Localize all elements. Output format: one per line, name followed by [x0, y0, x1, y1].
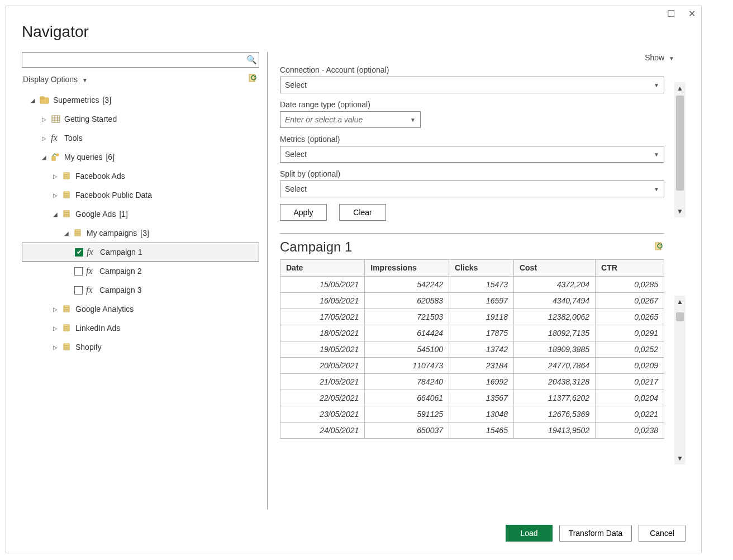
table-cell: 0,0238	[596, 422, 664, 438]
table-cell: 19118	[449, 309, 514, 325]
table-cell: 0,0252	[596, 341, 664, 357]
table-row[interactable]: 23/05/20215911251304812676,53690,0221	[280, 406, 664, 422]
expand-icon[interactable]: ▷	[52, 325, 59, 331]
tree-item-campaign-1[interactable]: ✔ Campaign 1	[22, 243, 259, 262]
tree-item-linkedin-ads[interactable]: ▷ LinkedIn Ads	[22, 319, 259, 338]
table-row[interactable]: 21/05/20217842401699220438,31280,0217	[280, 373, 664, 390]
expand-icon[interactable]: ▷	[52, 173, 59, 179]
tree-item-campaign-2[interactable]: Campaign 2	[22, 262, 259, 281]
table-cell: 0,0265	[596, 309, 664, 325]
table-row[interactable]: 17/05/20217215031911812382,00620,0265	[280, 309, 664, 325]
stack-icon	[62, 342, 72, 352]
connection-dropdown[interactable]: Select ▼	[280, 77, 664, 93]
tree-label: Supermetrics	[53, 96, 99, 105]
table-cell: 1107473	[365, 357, 449, 373]
table-row[interactable]: 18/05/20216144241787518092,71350,0291	[280, 325, 664, 341]
table-cell: 18092,7135	[513, 325, 595, 341]
table-cell: 18909,3885	[513, 341, 595, 357]
queries-icon	[51, 152, 61, 162]
tree-item-campaign-3[interactable]: Campaign 3	[22, 281, 259, 300]
apply-button[interactable]: Apply	[280, 204, 327, 221]
clear-button[interactable]: Clear	[339, 204, 386, 221]
close-icon[interactable]: ✕	[688, 10, 696, 18]
expand-icon[interactable]: ▷	[52, 192, 59, 198]
transform-data-button[interactable]: Transform Data	[559, 525, 632, 542]
col-date[interactable]: Date	[280, 260, 365, 276]
table-row[interactable]: 20/05/202111074732318424770,78640,0209	[280, 357, 664, 373]
table-row[interactable]: 24/05/20216500371546519413,95020,0238	[280, 422, 664, 438]
tree-item-shopify[interactable]: ▷ Shopify	[22, 338, 259, 357]
col-impressions[interactable]: Impressions	[365, 260, 449, 276]
expand-icon[interactable]: ▷	[52, 306, 59, 312]
scroll-thumb[interactable]	[676, 96, 684, 191]
show-label: Show	[645, 53, 664, 62]
collapse-icon[interactable]: ◢	[52, 211, 59, 217]
search-input[interactable]	[22, 53, 244, 67]
form-scrollbar[interactable]: ▲ ▼	[674, 82, 686, 217]
expand-icon[interactable]: ▷	[52, 344, 59, 350]
table-cell: 16992	[449, 373, 514, 390]
load-button[interactable]: Load	[506, 525, 553, 542]
maximize-icon[interactable]: ☐	[667, 10, 675, 18]
tree-label: LinkedIn Ads	[75, 324, 120, 333]
display-options-dropdown[interactable]: Display Options ▼	[23, 75, 88, 84]
search-icon[interactable]: 🔍	[244, 55, 259, 65]
scroll-thumb[interactable]	[676, 312, 684, 321]
table-row[interactable]: 15/05/2021542242154734372,2040,0285	[280, 276, 664, 292]
tree-item-my-queries[interactable]: ◢ My queries [6]	[22, 148, 259, 167]
expand-icon[interactable]: ▷	[41, 135, 47, 141]
parameters-form: Connection - Account (optional) Select ▼…	[280, 65, 686, 221]
collapse-icon[interactable]: ◢	[41, 154, 47, 160]
scroll-up-icon[interactable]: ▲	[677, 82, 683, 94]
refresh-icon[interactable]	[248, 73, 258, 85]
date-range-dropdown[interactable]: Enter or select a value ▼	[280, 111, 421, 128]
tree-label: Google Ads	[75, 210, 116, 219]
tree-item-getting-started[interactable]: ▷ Getting Started	[22, 110, 259, 129]
col-ctr[interactable]: CTR	[596, 260, 664, 276]
tree-item-google-ads[interactable]: ◢ Google Ads [1]	[22, 205, 259, 224]
footer: Load Transform Data Cancel	[6, 516, 701, 553]
table-header-row: Date Impressions Clicks Cost CTR	[280, 260, 664, 276]
tree-item-supermetrics[interactable]: ◢ Supermetrics [3]	[22, 91, 259, 110]
metrics-dropdown[interactable]: Select ▼	[280, 146, 664, 163]
collapse-icon[interactable]: ◢	[63, 230, 70, 236]
table-cell: 0,0291	[596, 325, 664, 341]
tree-item-facebook-public-data[interactable]: ▷ Facebook Public Data	[22, 186, 259, 205]
table-row[interactable]: 22/05/20216640611356711377,62020,0204	[280, 390, 664, 406]
col-clicks[interactable]: Clicks	[449, 260, 514, 276]
tree-item-tools[interactable]: ▷ Tools	[22, 129, 259, 148]
expand-icon[interactable]: ▷	[41, 116, 47, 122]
show-dropdown[interactable]: Show ▼	[645, 53, 674, 62]
splitby-dropdown[interactable]: Select ▼	[280, 181, 664, 197]
tree-item-facebook-ads[interactable]: ▷ Facebook Ads	[22, 167, 259, 186]
table-cell: 0,0209	[596, 357, 664, 373]
table-icon	[51, 114, 61, 124]
page-title: Navigator	[6, 18, 701, 52]
table-cell: 18/05/2021	[280, 325, 365, 341]
table-cell: 13567	[449, 390, 514, 406]
scroll-down-icon[interactable]: ▼	[677, 452, 683, 464]
table-cell: 614424	[365, 325, 449, 341]
dropdown-value: Select	[285, 184, 307, 193]
col-cost[interactable]: Cost	[513, 260, 595, 276]
tree-item-my-campaigns[interactable]: ◢ My campaigns [3]	[22, 224, 259, 243]
table-row[interactable]: 19/05/20215451001374218909,38850,0252	[280, 341, 664, 357]
table-cell: 24770,7864	[513, 357, 595, 373]
tree-label: Facebook Ads	[75, 172, 125, 181]
collapse-icon[interactable]: ◢	[30, 97, 36, 103]
checkbox-icon[interactable]: ✔	[75, 248, 83, 257]
table-cell: 13048	[449, 406, 514, 422]
dropdown-placeholder: Enter or select a value	[285, 115, 363, 124]
cancel-button[interactable]: Cancel	[639, 525, 686, 542]
tree-label: My campaigns	[87, 229, 137, 238]
table-row[interactable]: 16/05/2021620583165974340,74940,0267	[280, 292, 664, 309]
stack-icon	[62, 304, 72, 314]
scroll-up-icon[interactable]: ▲	[677, 296, 683, 308]
chevron-down-icon: ▼	[654, 151, 659, 158]
table-scrollbar[interactable]: ▲ ▼	[674, 296, 686, 464]
tree-item-google-analytics[interactable]: ▷ Google Analytics	[22, 300, 259, 319]
checkbox-icon[interactable]	[74, 267, 83, 276]
scroll-down-icon[interactable]: ▼	[677, 205, 683, 217]
checkbox-icon[interactable]	[74, 286, 83, 295]
refresh-preview-icon[interactable]	[654, 241, 664, 253]
